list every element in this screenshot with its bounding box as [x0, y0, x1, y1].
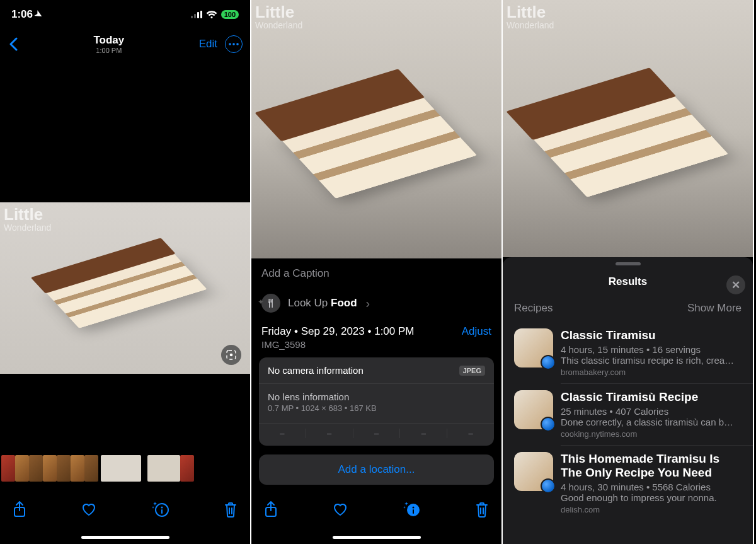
show-more-button[interactable]: Show More: [687, 302, 742, 315]
photo-preview[interactable]: LittleWonderland: [503, 0, 753, 257]
nav-bar: Today 1:00 PM Edit: [0, 29, 250, 59]
photo-subject-tiramisu: [43, 251, 207, 328]
nav-title: Today: [19, 34, 199, 47]
visual-lookup-results-pane: LittleWonderland Results ✕ Recipes Show …: [503, 0, 754, 544]
photo-watermark: LittleWonderland: [255, 4, 302, 30]
recipe-thumb: [514, 328, 553, 367]
recipe-title: Classic Tiramisu: [561, 328, 742, 343]
adjust-button[interactable]: Adjust: [462, 325, 491, 338]
food-category-icon: [261, 294, 280, 313]
share-button[interactable]: [13, 501, 26, 518]
recipe-thumb: [514, 452, 553, 491]
battery-icon: 100: [221, 10, 239, 19]
svg-point-11: [412, 507, 414, 509]
add-caption-field[interactable]: Add a Caption: [251, 258, 501, 289]
photo-info-pane: LittleWonderland Add a Caption ✦ Look Up…: [251, 0, 503, 544]
svg-point-2: [236, 43, 239, 45]
svg-rect-12: [413, 509, 414, 514]
thumb[interactable]: [15, 455, 29, 482]
photo-date: Friday • Sep 29, 2023 • 1:00 PM: [261, 325, 414, 338]
photo-subject-tiramisu: [527, 91, 728, 198]
results-sheet: Results ✕ Recipes Show More Classic Tira…: [503, 257, 753, 544]
image-filename: IMG_3598: [251, 339, 501, 357]
metadata-box: No camera information JPEG No lens infor…: [259, 357, 494, 446]
share-button[interactable]: [264, 501, 278, 518]
close-button[interactable]: ✕: [726, 275, 745, 294]
thumb[interactable]: [43, 455, 57, 482]
recipe-result[interactable]: This Homemade Tiramisu Is The Only Recip…: [503, 446, 753, 521]
status-bar: 1:06 ➤ 100: [0, 0, 250, 29]
info-lookup-button-active[interactable]: [403, 501, 421, 518]
recipe-meta: 4 hours, 30 minutes • 5568 Calories: [561, 482, 742, 492]
photos-viewer-pane: 1:06 ➤ 100 Today 1:00 PM Edit LittleWond…: [0, 0, 251, 544]
favorite-button[interactable]: [81, 502, 97, 517]
bottom-toolbar: [251, 489, 501, 530]
thumb[interactable]: [71, 455, 84, 482]
status-time: 1:06: [11, 8, 33, 21]
exif-dash-row: –––––: [259, 424, 494, 446]
add-location-button[interactable]: Add a location...: [259, 454, 494, 485]
thumb[interactable]: [147, 455, 180, 482]
recipe-desc: This classic tiramisu recipe is rich, cr…: [561, 355, 742, 366]
recipe-result[interactable]: Classic Tiramisù Recipe 25 minutes • 407…: [503, 384, 753, 445]
photo[interactable]: LittleWonderland: [0, 202, 250, 374]
thumb[interactable]: [84, 455, 98, 482]
recipe-meta: 25 minutes • 407 Calories: [561, 406, 742, 417]
thumb[interactable]: [57, 455, 71, 482]
wifi-icon: [206, 11, 217, 19]
thumbnail-strip[interactable]: [0, 448, 250, 489]
home-indicator[interactable]: [251, 530, 501, 544]
file-type-badge: JPEG: [459, 366, 485, 376]
svg-point-0: [229, 43, 231, 45]
svg-point-1: [232, 43, 235, 45]
visual-lookup-badge[interactable]: [221, 345, 241, 365]
edit-button[interactable]: Edit: [199, 38, 217, 50]
recipe-source: delish.com: [561, 505, 742, 514]
results-title: Results: [609, 275, 647, 287]
info-lookup-button[interactable]: [152, 501, 169, 518]
recipe-source: bromabakery.com: [561, 367, 742, 377]
location-arrow-icon: ➤: [33, 8, 45, 21]
back-button[interactable]: [8, 37, 19, 51]
status-time-group: 1:06 ➤: [11, 8, 43, 21]
image-spec: 0.7 MP • 1024 × 683 • 167 KB: [268, 402, 485, 415]
recipe-title: This Homemade Tiramisu Is The Only Recip…: [561, 452, 742, 481]
thumb[interactable]: [1, 455, 15, 482]
sheet-drag-handle[interactable]: [616, 262, 641, 265]
thumb[interactable]: [29, 455, 43, 482]
section-label-recipes: Recipes: [514, 302, 553, 315]
photo-area[interactable]: LittleWonderland: [0, 59, 250, 448]
photo-preview[interactable]: LittleWonderland: [251, 0, 501, 258]
trash-button[interactable]: [475, 501, 489, 518]
thumb-selected[interactable]: [101, 455, 141, 482]
bottom-toolbar: [0, 489, 250, 530]
recipe-source: cooking.nytimes.com: [561, 429, 742, 439]
lookup-label: Look Up Food: [288, 297, 357, 310]
recipe-title: Classic Tiramisù Recipe: [561, 390, 742, 405]
photo-watermark: LittleWonderland: [507, 4, 554, 30]
recipe-desc: Good enough to impress your nonna.: [561, 492, 742, 503]
photo-subject-tiramisu: [276, 91, 476, 199]
nav-subtitle: 1:00 PM: [19, 47, 199, 54]
thumb[interactable]: [180, 455, 194, 482]
home-indicator[interactable]: [0, 530, 250, 544]
svg-point-4: [230, 353, 233, 356]
sparkle-icon: ✦: [258, 298, 264, 306]
more-button[interactable]: [225, 35, 243, 53]
recipe-result[interactable]: Classic Tiramisu 4 hours, 15 minutes • 1…: [503, 322, 753, 383]
chevron-right-icon: ›: [366, 296, 370, 311]
favorite-button[interactable]: [332, 502, 348, 517]
nav-title-group: Today 1:00 PM: [19, 34, 199, 54]
lens-info: No lens information: [268, 391, 485, 402]
camera-info: No camera information: [268, 365, 364, 376]
photo-watermark: LittleWonderland: [4, 206, 51, 232]
recipe-meta: 4 hours, 15 minutes • 16 servings: [561, 344, 742, 355]
status-right-group: 100: [191, 10, 239, 19]
lookup-food-row[interactable]: Look Up Food ›: [251, 289, 501, 323]
recipe-thumb: [514, 390, 553, 429]
trash-button[interactable]: [224, 501, 238, 518]
recipe-desc: Done correctly, a classic tiramisù can b…: [561, 417, 742, 427]
cellular-signal-icon: [191, 11, 202, 18]
